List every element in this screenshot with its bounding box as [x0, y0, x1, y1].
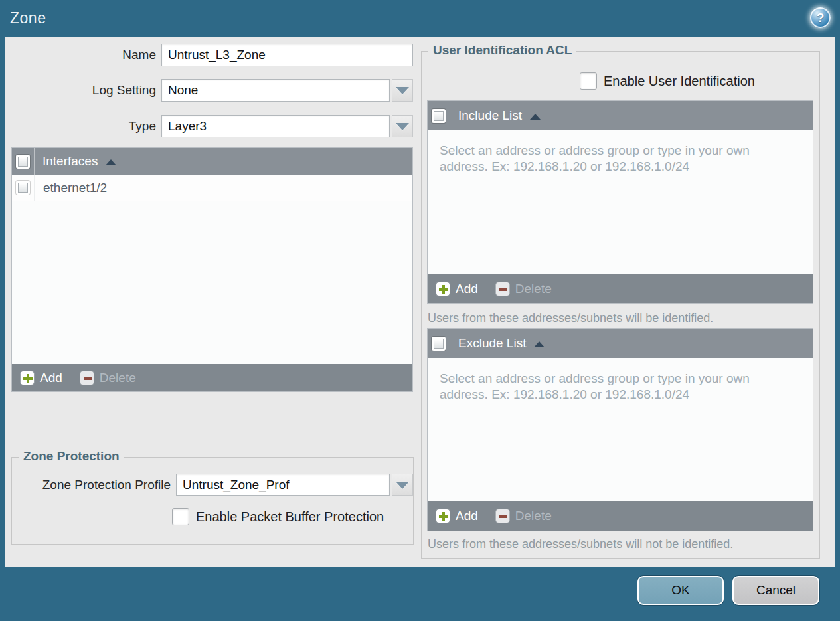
name-input[interactable] [161, 44, 413, 66]
interfaces-select-all-cell [12, 148, 35, 175]
type-row: Type [5, 115, 413, 137]
ok-button[interactable]: OK [637, 576, 724, 605]
include-list-table: Include List Select an address or addres… [427, 100, 813, 304]
packet-buffer-row: Enable Packet Buffer Protection [172, 508, 384, 525]
log-setting-row: Log Setting [5, 79, 413, 102]
type-label: Type [5, 119, 156, 133]
user-identification-acl-panel: User Identification ACL Enable User Iden… [421, 51, 820, 559]
log-setting-label: Log Setting [5, 83, 156, 98]
include-list-header: Include List [428, 101, 813, 130]
include-list-body[interactable]: Select an address or address group or ty… [428, 130, 813, 274]
zone-protection-panel: Zone Protection Zone Protection Profile … [11, 457, 414, 545]
exclude-list-table: Exclude List Select an address or addres… [427, 328, 813, 531]
zone-protection-profile-dropdown-button[interactable] [392, 474, 413, 496]
name-label: Name [5, 48, 156, 62]
delete-icon [495, 509, 510, 523]
exclude-list-footer: Add Delete [428, 501, 813, 531]
chevron-down-icon [396, 482, 409, 489]
exclude-list-column-header[interactable]: Exclude List [450, 336, 545, 351]
add-icon [436, 509, 450, 523]
interfaces-table-header: Interfaces [12, 148, 412, 175]
chevron-down-icon [396, 123, 409, 130]
enable-user-identification-label: Enable User Identification [604, 74, 755, 89]
exclude-list-caption: Users from these addresses/subnets will … [428, 537, 733, 551]
type-input[interactable] [161, 115, 390, 137]
add-button[interactable]: Add [20, 371, 62, 385]
zone-protection-profile-input[interactable] [176, 474, 390, 496]
packet-buffer-checkbox[interactable] [172, 508, 189, 525]
interfaces-table-body: ethernet1/2 [12, 175, 412, 364]
exclude-select-all-checkbox[interactable] [432, 337, 446, 351]
name-row: Name [5, 44, 413, 66]
row-checkbox-cell [12, 175, 35, 201]
include-list-footer: Add Delete [428, 274, 813, 303]
dialog-titlebar: Zone ? [0, 0, 840, 37]
include-select-all-cell [428, 101, 450, 130]
enable-user-identification-row: Enable User Identification [580, 72, 755, 90]
help-icon-glyph: ? [817, 11, 825, 25]
add-icon [436, 282, 450, 296]
include-list-caption: Users from these addresses/subnets will … [428, 311, 713, 325]
delete-icon [495, 282, 510, 296]
sort-ascending-icon [534, 341, 545, 347]
type-dropdown-button[interactable] [392, 115, 413, 137]
log-setting-input[interactable] [161, 79, 390, 102]
exclude-list-body[interactable]: Select an address or address group or ty… [428, 358, 813, 501]
delete-button[interactable]: Delete [495, 509, 552, 523]
exclude-list-placeholder: Select an address or address group or ty… [428, 358, 813, 403]
zone-protection-legend: Zone Protection [19, 449, 124, 464]
delete-button[interactable]: Delete [495, 282, 552, 296]
dialog-title: Zone [10, 0, 46, 37]
chevron-down-icon [396, 87, 409, 94]
table-row[interactable]: ethernet1/2 [12, 175, 412, 201]
sort-ascending-icon [106, 159, 116, 165]
delete-icon [80, 371, 94, 385]
zone-protection-profile-label: Zone Protection Profile [12, 478, 171, 492]
zone-protection-profile-row: Zone Protection Profile [12, 474, 413, 496]
user-identification-acl-legend: User Identification ACL [428, 43, 576, 58]
interfaces-column-header[interactable]: Interfaces [35, 154, 116, 169]
add-icon [20, 371, 35, 385]
dialog-content: Name Log Setting Type Interfaces [5, 37, 835, 567]
enable-user-identification-checkbox[interactable] [580, 72, 597, 90]
exclude-list-header: Exclude List [428, 329, 813, 358]
cancel-button[interactable]: Cancel [732, 576, 819, 605]
include-list-placeholder: Select an address or address group or ty… [428, 130, 813, 175]
help-icon[interactable]: ? [810, 7, 831, 28]
include-list-column-header[interactable]: Include List [450, 108, 541, 123]
row-checkbox[interactable] [16, 181, 30, 195]
sort-ascending-icon [530, 114, 541, 120]
interfaces-table: Interfaces ethernet1/2 Add Delete [11, 147, 413, 392]
delete-button[interactable]: Delete [80, 371, 136, 385]
exclude-select-all-cell [428, 329, 450, 358]
interface-name: ethernet1/2 [35, 181, 107, 195]
log-setting-dropdown-button[interactable] [392, 79, 413, 102]
interfaces-table-footer: Add Delete [12, 364, 412, 391]
add-button[interactable]: Add [436, 509, 478, 523]
add-button[interactable]: Add [436, 282, 478, 296]
packet-buffer-label: Enable Packet Buffer Protection [196, 509, 384, 525]
include-select-all-checkbox[interactable] [432, 109, 446, 123]
interfaces-select-all-checkbox[interactable] [16, 155, 30, 169]
